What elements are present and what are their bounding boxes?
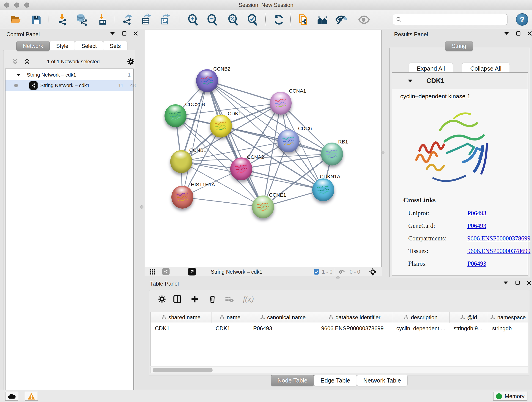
- column-type-icon: [404, 315, 409, 320]
- panel-float-icon[interactable]: [110, 32, 115, 35]
- function-builder-icon[interactable]: f(x): [238, 293, 259, 306]
- network-canvas[interactable]: CCNB2CCNA1CDC25BCDK1CDC6RB1CCNB1CCNA2HIS…: [145, 30, 382, 267]
- zoom-in-icon[interactable]: [187, 13, 199, 26]
- crosslink-link[interactable]: 9606.ENSP00000378699: [467, 248, 530, 255]
- network-node-CDKN1A[interactable]: [312, 178, 334, 201]
- network-node-CCNA2[interactable]: [230, 157, 252, 180]
- column-header-namespace[interactable]: namespace: [488, 312, 528, 323]
- search-input[interactable]: [404, 17, 502, 22]
- network-node-CDK1[interactable]: [210, 115, 232, 138]
- network-node-CDC6[interactable]: [278, 129, 299, 153]
- column-header-database-identifier[interactable]: database identifier: [317, 312, 392, 323]
- scrollbar-thumb[interactable]: [152, 368, 213, 372]
- export-network-icon[interactable]: [121, 13, 133, 26]
- table-options-gear-icon[interactable]: [156, 293, 168, 306]
- table-horizontal-scrollbar[interactable]: [151, 367, 528, 373]
- close-window-button[interactable]: [4, 2, 9, 7]
- hidden-eye-icon[interactable]: [339, 269, 346, 275]
- clone-network-icon[interactable]: [297, 13, 309, 26]
- import-table-file-icon[interactable]: [96, 13, 109, 26]
- zoom-out-icon[interactable]: [206, 13, 218, 26]
- network-row-selected[interactable]: String Network – cdk1 11 48: [6, 80, 133, 91]
- panel-maximize-icon[interactable]: [516, 31, 520, 36]
- add-column-icon[interactable]: [188, 293, 201, 306]
- table-cell[interactable]: CDK1: [151, 323, 211, 334]
- import-network-database-icon[interactable]: [76, 13, 88, 26]
- apply-layout-icon[interactable]: [273, 13, 285, 26]
- zoom-window-button[interactable]: [24, 2, 29, 7]
- save-session-icon[interactable]: [30, 13, 43, 26]
- hide-selected-icon[interactable]: [335, 13, 347, 26]
- cytoscape-window: { "window": { "title": "Session: New Ses…: [0, 0, 532, 402]
- show-columns-icon[interactable]: [171, 293, 184, 306]
- tab-network[interactable]: Network: [16, 41, 50, 51]
- table-row[interactable]: CDK1CDK1P064939606.ENSP00000378699cyclin…: [151, 323, 528, 334]
- tab-edge-table[interactable]: Edge Table: [314, 375, 357, 386]
- table-cell[interactable]: P06493: [249, 323, 317, 334]
- zoom-selected-icon[interactable]: [246, 13, 259, 26]
- panel-float-icon[interactable]: [503, 281, 508, 284]
- delete-column-icon[interactable]: [206, 293, 219, 306]
- column-header-description[interactable]: description: [392, 312, 450, 323]
- right-splitter-handle[interactable]: [381, 151, 385, 154]
- network-node-CCNE1[interactable]: [252, 196, 274, 218]
- panel-maximize-icon[interactable]: [122, 31, 127, 36]
- column-header-shared-name[interactable]: shared name: [151, 312, 211, 323]
- panel-float-icon[interactable]: [504, 32, 509, 35]
- delete-table-icon[interactable]: [223, 293, 236, 306]
- column-header-@id[interactable]: @id: [450, 312, 488, 323]
- crosslink-link[interactable]: P06493: [467, 260, 486, 267]
- crosslink-link[interactable]: P06493: [467, 210, 486, 217]
- network-node-HIST1H1A[interactable]: [171, 186, 193, 209]
- open-session-icon[interactable]: [10, 13, 22, 26]
- birds-eye-crosshair-icon[interactable]: [369, 268, 377, 276]
- show-all-icon[interactable]: [358, 13, 370, 26]
- first-neighbors-icon[interactable]: [317, 13, 329, 26]
- collapse-section-triangle-icon[interactable]: [408, 79, 413, 83]
- network-collection-row[interactable]: String Network – cdk1 1: [6, 70, 133, 80]
- table-cell[interactable]: stringdb:9...: [450, 323, 488, 334]
- tab-network-table[interactable]: Network Table: [357, 375, 408, 386]
- panel-close-icon[interactable]: [527, 281, 531, 285]
- tab-node-table[interactable]: Node Table: [271, 375, 314, 386]
- column-header-name[interactable]: name: [211, 312, 249, 323]
- panel-close-icon[interactable]: [527, 31, 532, 36]
- network-node-CCNA1[interactable]: [270, 92, 292, 115]
- crosslink-link[interactable]: 9606.ENSP00000378699: [467, 235, 530, 242]
- memory-label: Memory: [505, 393, 525, 400]
- open-in-window-icon[interactable]: [188, 268, 196, 275]
- table-cell[interactable]: 9606.ENSP00000378699: [317, 323, 392, 334]
- table-cell[interactable]: stringdb: [488, 323, 528, 334]
- node-label-CDC6: CDC6: [298, 126, 312, 132]
- help-button[interactable]: ?: [516, 13, 528, 26]
- protein-ribbon-thumbnail: [234, 163, 248, 175]
- zoom-fit-icon[interactable]: [227, 13, 239, 26]
- grid-view-icon[interactable]: [149, 269, 156, 275]
- network-options-gear-icon[interactable]: [127, 57, 135, 66]
- table-cell[interactable]: CDK1: [211, 323, 249, 334]
- expand-all-tree-icon[interactable]: [11, 58, 19, 65]
- table-cell[interactable]: cyclin–dependent ...: [392, 323, 450, 334]
- export-image-icon[interactable]: [159, 13, 171, 26]
- network-node-CDC25B[interactable]: [165, 104, 186, 127]
- export-table-icon[interactable]: [140, 13, 152, 26]
- tab-string[interactable]: String: [445, 41, 473, 51]
- selected-checkbox-icon[interactable]: [313, 269, 319, 275]
- tree-expand-triangle-icon[interactable]: [16, 74, 21, 77]
- column-header-canonical-name[interactable]: canonical name: [249, 312, 317, 323]
- left-splitter-handle[interactable]: [140, 205, 143, 209]
- network-node-CCNB1[interactable]: [170, 150, 192, 173]
- network-node-RB1[interactable]: [321, 143, 343, 166]
- minimize-window-button[interactable]: [14, 2, 19, 7]
- cloud-services-button[interactable]: [5, 392, 18, 401]
- warnings-button[interactable]: [25, 392, 38, 401]
- collapse-all-tree-icon[interactable]: [23, 58, 31, 65]
- memory-button[interactable]: Memory: [493, 392, 527, 401]
- protein-card-header[interactable]: CDK1: [392, 73, 528, 89]
- network-node-CCNB2[interactable]: [196, 69, 218, 92]
- crosslink-link[interactable]: P06493: [467, 222, 486, 230]
- import-network-file-icon[interactable]: [56, 13, 69, 26]
- network-thumbnail-icon[interactable]: [162, 268, 170, 275]
- panel-maximize-icon[interactable]: [515, 281, 520, 285]
- panel-close-icon[interactable]: [133, 31, 138, 36]
